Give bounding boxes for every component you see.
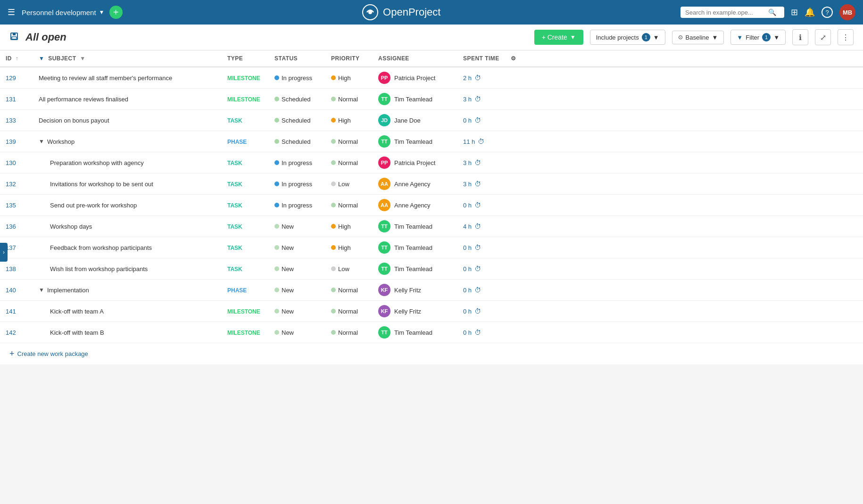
phase-expand-icon[interactable]: ▼ — [39, 138, 44, 145]
log-time-icon[interactable]: ⏱ — [474, 307, 481, 315]
priority-label: High — [338, 74, 351, 82]
log-time-icon[interactable]: ⏱ — [474, 159, 481, 166]
row-subject: Send out pre-work for workshop — [33, 195, 222, 216]
table-row: 130Preparation workshop with agencyTASKI… — [0, 152, 863, 174]
row-type: TASK — [222, 152, 269, 174]
more-options-button[interactable]: ⋮ — [838, 29, 854, 45]
help-icon[interactable]: ? — [822, 7, 833, 18]
row-settings — [505, 195, 863, 216]
row-subject-indented: Preparation workshop with agency — [39, 159, 216, 166]
row-id[interactable]: 133 — [0, 110, 33, 131]
row-id[interactable]: 140 — [0, 280, 33, 301]
table-row: 135Send out pre-work for workshopTASKIn … — [0, 195, 863, 216]
priority-label: Normal — [338, 329, 358, 336]
row-id[interactable]: 131 — [0, 89, 33, 110]
assignee-name: Patricia Project — [394, 74, 435, 82]
filter-button[interactable]: ▼ Filter 1 ▼ — [730, 30, 786, 45]
create-plus-icon: + — [9, 349, 15, 359]
priority-dot — [331, 118, 336, 123]
col-header-id[interactable]: ID ↑ — [0, 50, 33, 67]
table-header: ID ↑ ▼ SUBJECT ▼ TYPE STATUS PRIORITY AS… — [0, 50, 863, 67]
hamburger-icon[interactable]: ☰ — [8, 7, 15, 17]
type-badge: TASK — [227, 202, 242, 209]
log-time-icon[interactable]: ⏱ — [474, 223, 481, 230]
subject-filter-icon: ▼ — [39, 55, 44, 62]
row-id[interactable]: 132 — [0, 174, 33, 195]
status-dot — [274, 224, 279, 229]
row-id[interactable]: 129 — [0, 67, 33, 89]
log-time-icon[interactable]: ⏱ — [474, 286, 481, 294]
priority-dot — [331, 97, 336, 101]
row-type: MILESTONE — [222, 67, 269, 89]
row-id[interactable]: 139 — [0, 131, 33, 152]
table-row: 140▼ImplementationPHASENewNormalKFKelly … — [0, 280, 863, 301]
row-assignee: KFKelly Fritz — [373, 280, 457, 301]
status-dot — [274, 309, 279, 314]
filter-chevron-icon: ▼ — [773, 34, 780, 41]
include-projects-button[interactable]: Include projects 1 ▼ — [590, 30, 665, 45]
spent-value: 11 h — [463, 138, 475, 145]
log-time-icon[interactable]: ⏱ — [478, 138, 484, 145]
log-time-icon[interactable]: ⏱ — [474, 95, 481, 103]
type-badge: MILESTONE — [227, 330, 260, 336]
row-id[interactable]: 130 — [0, 152, 33, 174]
log-time-icon[interactable]: ⏱ — [474, 329, 481, 336]
col-header-subject[interactable]: ▼ SUBJECT ▼ — [33, 50, 222, 67]
status-label: New — [282, 308, 294, 315]
log-time-icon[interactable]: ⏱ — [474, 74, 481, 82]
phase-expand-icon[interactable]: ▼ — [39, 287, 44, 293]
avatar[interactable]: MB — [839, 4, 855, 20]
row-spent-time: 0 h⏱ — [457, 301, 505, 322]
priority-label: Normal — [338, 159, 358, 166]
table-row: 141Kick-off with team AMILESTONENewNorma… — [0, 301, 863, 322]
row-assignee: TTTim Teamlead — [373, 237, 457, 258]
assignee-name: Anne Agency — [394, 181, 431, 188]
row-subject: ▼Implementation — [33, 280, 222, 301]
row-subject-indented: Send out pre-work for workshop — [39, 202, 216, 209]
row-assignee: AAAnne Agency — [373, 174, 457, 195]
row-status: Scheduled — [269, 110, 325, 131]
assignee-avatar: TT — [378, 220, 390, 232]
row-id[interactable]: 141 — [0, 301, 33, 322]
add-project-button[interactable]: + — [109, 6, 123, 19]
project-selector[interactable]: Personnel development ▼ — [22, 8, 105, 17]
table-row: 132Invitations for workshop to be sent o… — [0, 174, 863, 195]
spent-value: 0 h — [463, 329, 472, 336]
row-id[interactable]: 135 — [0, 195, 33, 216]
row-type: TASK — [222, 110, 269, 131]
create-button[interactable]: + Create ▼ — [534, 30, 583, 45]
row-priority: High — [325, 237, 373, 258]
info-button[interactable]: ℹ — [792, 29, 808, 45]
search-input[interactable] — [685, 9, 765, 16]
sidebar-toggle[interactable]: › — [0, 243, 8, 262]
col-header-settings[interactable]: ⚙ — [505, 50, 863, 67]
row-spent-time: 0 h⏱ — [457, 195, 505, 216]
row-priority: Normal — [325, 89, 373, 110]
assignee-avatar: PP — [378, 72, 390, 84]
col-header-spent-time: SPENT TIME — [457, 50, 505, 67]
priority-label: Normal — [338, 287, 358, 294]
create-work-package-link[interactable]: + Create new work package — [0, 343, 863, 364]
log-time-icon[interactable]: ⏱ — [474, 201, 481, 209]
bell-icon[interactable]: 🔔 — [805, 7, 815, 17]
baseline-button[interactable]: ⊙ Baseline ▼ — [672, 31, 724, 44]
project-name-label: Personnel development — [22, 8, 96, 17]
row-spent-time: 3 h⏱ — [457, 89, 505, 110]
id-sort-icon: ↑ — [16, 55, 18, 62]
spent-value: 0 h — [463, 244, 472, 251]
grid-icon[interactable]: ⊞ — [791, 7, 798, 17]
type-badge: MILESTONE — [227, 75, 260, 82]
log-time-icon[interactable]: ⏱ — [474, 180, 481, 188]
search-box[interactable]: 🔍 — [680, 7, 784, 18]
log-time-icon[interactable]: ⏱ — [474, 265, 481, 273]
expand-button[interactable]: ⤢ — [815, 29, 831, 45]
log-time-icon[interactable]: ⏱ — [474, 244, 481, 251]
row-id[interactable]: 142 — [0, 322, 33, 343]
save-icon[interactable] — [9, 32, 19, 43]
page-title: All open — [25, 31, 66, 43]
spent-value: 0 h — [463, 117, 472, 124]
assignee-avatar: JD — [378, 114, 390, 126]
row-id[interactable]: 136 — [0, 216, 33, 237]
priority-label: Normal — [338, 202, 358, 209]
log-time-icon[interactable]: ⏱ — [474, 116, 481, 124]
